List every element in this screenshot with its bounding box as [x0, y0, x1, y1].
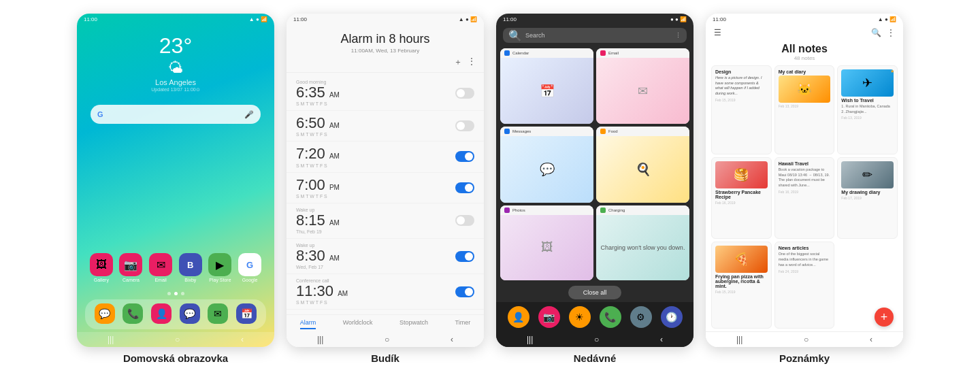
alarm-1130-toggle[interactable]: [455, 286, 474, 297]
alarm-item-830[interactable]: Wake up 8:30 AM Wed, Feb 17: [287, 239, 484, 274]
note-pizza-image: 🍕: [715, 246, 768, 273]
recent-card-food-header: Food: [596, 127, 689, 136]
alarm-item-815[interactable]: Wake up 8:15 AM Thu, Feb 19: [287, 203, 484, 239]
notes-nav-back[interactable]: ‹: [870, 335, 872, 344]
alarm-nav-recents[interactable]: |||: [317, 335, 323, 344]
note-hawaii-title: Hawaii Travel: [779, 161, 831, 166]
alarm-item-700pm[interactable]: 7:00 PM S M T W T F S: [287, 173, 484, 203]
recent-card-calendar[interactable]: Calendar 📅: [500, 48, 593, 124]
recent-card-charger[interactable]: Charging Charging won't slow you down.: [596, 205, 689, 280]
recent-card-photos-header: Photos: [500, 205, 593, 215]
note-pizza[interactable]: 🍕 Frying pan pizza with aubergine, ricot…: [711, 242, 772, 329]
home-dock: 💬 📞 👤 💬 ✉ 📅: [85, 299, 266, 329]
home-nav-back[interactable]: ‹: [241, 335, 244, 344]
alarm-add-icon[interactable]: ＋: [454, 56, 462, 68]
note-drawing[interactable]: ✏ My drawing diary Feb 17, 2019: [837, 157, 898, 239]
alarm-635-time: 6:35 AM: [296, 84, 340, 101]
app-email[interactable]: ✉ Email: [146, 253, 175, 282]
alarm-item-830-left: Wake up 8:30 AM Wed, Feb 17: [296, 243, 340, 269]
home-weather-widget: 23° 🌤 Los Angeles Updated 13/07 11:00⊙: [77, 35, 274, 93]
recent-icon-contacts[interactable]: 👤: [508, 306, 529, 328]
home-caption-item: Domovská obrazovka: [77, 352, 274, 365]
tab-timer[interactable]: Timer: [455, 319, 471, 329]
recent-icon-camera[interactable]: 📷: [538, 306, 560, 328]
note-wish-text: 1. Rural in Manitoba, Canada 2. Zhangjia…: [841, 104, 894, 114]
alarm-item-1130[interactable]: Conference call 11:30 AM S M T W T F S: [287, 274, 484, 310]
notes-menu-icon[interactable]: ☰: [714, 28, 721, 37]
note-wish-travel[interactable]: ★ ✈ Wish to Travel 1. Rural in Manitoba,…: [837, 65, 898, 154]
app-google[interactable]: G Google: [235, 253, 264, 282]
alarm-item-650[interactable]: 6:50 AM S M T W T F S: [287, 111, 484, 142]
alarm-nav-home[interactable]: ○: [385, 335, 389, 344]
dock-contacts-icon[interactable]: 👤: [151, 303, 172, 324]
recent-nav-back[interactable]: ‹: [660, 335, 663, 344]
app-camera[interactable]: 📷 Camera: [116, 253, 145, 282]
notes-nav-recents[interactable]: |||: [736, 335, 742, 344]
close-all-button[interactable]: Close all: [568, 286, 622, 299]
alarm-item-720[interactable]: 7:20 AM S M T W T F S: [287, 142, 484, 172]
home-screen-wrapper: 11:00 ▲ ● 📶 23° 🌤 Los Angeles Updated 13…: [77, 14, 274, 347]
notes-caption-item: Poznámky: [706, 352, 903, 365]
charger-card-title: Charging: [608, 208, 625, 212]
note-hawaii[interactable]: Hawaii Travel Book a vacation package to…: [774, 157, 835, 239]
app-playstore[interactable]: ▶ Play Store: [206, 253, 234, 282]
home-nav-bar: ||| ○ ‹: [77, 332, 274, 347]
recent-status-icons: ● ● 📶: [670, 16, 687, 22]
tab-worldclock[interactable]: Worldclock: [343, 319, 373, 329]
home-nav-home[interactable]: ○: [175, 335, 180, 344]
tab-stopwatch[interactable]: Stopwatch: [399, 319, 428, 329]
recent-icon-clock[interactable]: 🕐: [661, 306, 683, 328]
alarm-830-toggle[interactable]: [455, 251, 474, 262]
recent-screen-wrapper: 11:00 ● ● 📶 🔍 Search ⋮ Calendar �: [496, 14, 693, 347]
note-pancake-title: Strawberry Pancake Recipe: [715, 190, 768, 199]
notes-more-icon[interactable]: ⋮: [887, 28, 895, 37]
dock-calendar-icon[interactable]: 📅: [236, 303, 257, 324]
alarm-815-days: Thu, Feb 19: [296, 229, 340, 234]
notes-nav-home[interactable]: ○: [804, 335, 808, 344]
home-nav-recents[interactable]: |||: [108, 335, 114, 344]
note-pancake[interactable]: 🥞 Strawberry Pancake Recipe Feb 16, 2019: [711, 157, 772, 239]
app-gallery[interactable]: 🖼 Gallery: [87, 253, 116, 282]
note-news[interactable]: News articles One of the biggest social …: [774, 242, 835, 329]
recent-search-bar[interactable]: 🔍 Search ⋮: [503, 28, 687, 43]
google-logo: G: [97, 110, 103, 118]
notes-screen-wrapper: 11:00 ▲ ● 📶 ☰ 🔍 ⋮ All notes 48 notes: [706, 14, 903, 347]
recent-nav-home[interactable]: ○: [594, 335, 599, 344]
note-wish-star: ★: [890, 69, 894, 74]
notes-screen-frame: 11:00 ▲ ● 📶 ☰ 🔍 ⋮ All notes 48 notes: [706, 14, 903, 347]
alarm-screen-frame: 11:00 ▲ ● 📶 Alarm in 8 hours 11:00AM, We…: [287, 14, 484, 347]
tab-alarm[interactable]: Alarm: [300, 319, 316, 329]
recent-icon-phone[interactable]: 📞: [600, 306, 621, 328]
note-cat-diary[interactable]: My cat diary 🐱 Feb 13, 2019: [774, 65, 835, 154]
dock-chat-icon[interactable]: 💬: [180, 303, 200, 324]
dock-email-icon[interactable]: ✉: [208, 303, 228, 324]
dock-phone-icon[interactable]: 📞: [122, 303, 143, 324]
alarm-menu-icon[interactable]: ⋮: [468, 56, 476, 68]
recent-card-photos[interactable]: Photos 🖼: [500, 205, 593, 280]
app-bixby[interactable]: B Bixby: [176, 253, 205, 282]
home-screen-frame: 11:00 ▲ ● 📶 23° 🌤 Los Angeles Updated 13…: [77, 14, 274, 347]
home-temperature: 23°: [159, 35, 192, 56]
alarm-nav-back[interactable]: ‹: [451, 335, 453, 344]
recent-card-email[interactable]: Email ✉: [596, 48, 689, 124]
home-search-bar[interactable]: G 🎤: [91, 105, 261, 124]
alarm-700pm-toggle[interactable]: [455, 182, 474, 193]
note-drawing-title: My drawing diary: [841, 190, 894, 195]
alarm-item-635[interactable]: Good morning 6:35 AM S M T W T F S: [287, 76, 484, 111]
notes-fab-button[interactable]: +: [875, 308, 894, 327]
alarm-635-toggle[interactable]: [455, 88, 474, 99]
alarm-650-toggle[interactable]: [455, 120, 474, 131]
recent-nav-recents[interactable]: |||: [527, 335, 533, 344]
notes-status-bar: 11:00 ▲ ● 📶: [706, 14, 903, 25]
alarm-720-toggle[interactable]: [455, 151, 474, 162]
recent-card-food[interactable]: Food 🍳: [596, 127, 689, 202]
recent-icon-messages[interactable]: ☀: [569, 306, 591, 328]
recent-icon-settings[interactable]: ⚙: [630, 306, 652, 328]
recent-search-menu[interactable]: ⋮: [675, 32, 681, 39]
alarm-815-toggle[interactable]: [455, 215, 474, 226]
recent-card-photos-content: 🖼: [500, 215, 593, 280]
dock-messages-icon[interactable]: 💬: [95, 303, 115, 324]
notes-search-icon[interactable]: 🔍: [871, 28, 881, 37]
note-design[interactable]: Design Here is a picture of design. I ha…: [711, 65, 772, 154]
recent-card-messages[interactable]: Messages 💬: [500, 127, 593, 202]
